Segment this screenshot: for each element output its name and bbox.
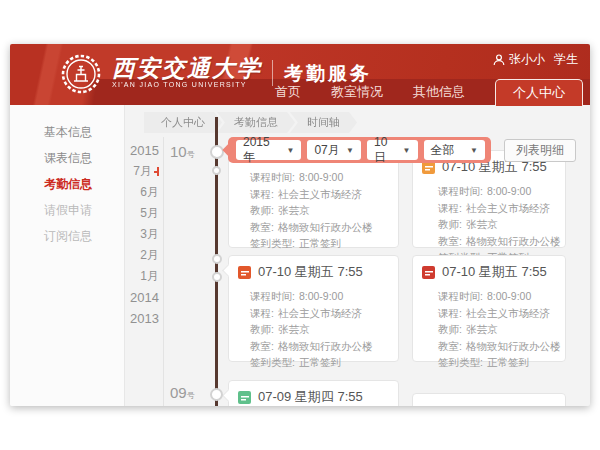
sidebar-item-leave-request[interactable]: 请假申请: [10, 197, 124, 223]
attendance-card[interactable]: 07-10 星期五 7:55 课程时间:8:00-9:00 课程:社会主义市场经…: [412, 255, 566, 362]
university-name-cn: 西安交通大学: [112, 56, 262, 80]
list-detail-button[interactable]: 列表明细: [504, 139, 576, 162]
university-name: 西安交通大学 XI'AN JIAO TONG UNIVERSITY: [112, 56, 262, 88]
rail-month-7[interactable]: 7月: [126, 161, 159, 182]
app-title: 考勤服务: [284, 61, 372, 87]
university-logo-icon: [60, 53, 102, 95]
nav-personal-center-active-tab[interactable]: 个人中心: [495, 79, 583, 106]
timeline-node[interactable]: [212, 272, 222, 282]
rail-month-1[interactable]: 1月: [126, 266, 159, 287]
month-select[interactable]: 07月▼: [307, 140, 361, 160]
sidebar-item-basic-info[interactable]: 基本信息: [10, 119, 124, 145]
user-role: 学生: [554, 51, 578, 68]
user-info[interactable]: 张小小 学生: [493, 51, 578, 68]
sidebar-item-attendance-info[interactable]: 考勤信息: [10, 171, 124, 197]
chevron-down-icon: ▼: [286, 146, 294, 155]
attendance-card[interactable]: 07-10 星期五 7:55 课程时间:8:00-9:00 课程:社会主义市场经…: [412, 150, 566, 248]
breadcrumb: 个人中心 考勤信息 时间轴: [144, 112, 357, 133]
sidebar-item-schedule-info[interactable]: 课表信息: [10, 145, 124, 171]
rail-year-2015[interactable]: 2015: [126, 140, 159, 161]
breadcrumb-personal-center[interactable]: 个人中心: [144, 112, 222, 133]
timeline-node[interactable]: [210, 388, 223, 401]
year-select[interactable]: 2015年▼: [236, 140, 301, 160]
rail-year-2013[interactable]: 2013: [126, 308, 159, 329]
timeline-node[interactable]: [212, 166, 221, 175]
university-name-en: XI'AN JIAO TONG UNIVERSITY: [112, 81, 262, 88]
timeline-node[interactable]: [212, 254, 222, 264]
timeline-year-rail: 2015 7月 6月 5月 3月 2月 1月 2014 2013: [126, 140, 159, 329]
header-divider: [272, 60, 273, 86]
current-month-marker-icon: [154, 167, 159, 176]
timeline-node[interactable]: [210, 145, 224, 159]
attendance-card[interactable]: 07-10 星期五 7:55 课程时间:8:00-9:00 课程:社会主义市场经…: [228, 255, 399, 362]
chevron-down-icon: ▼: [403, 146, 411, 155]
rail-month-2[interactable]: 2月: [126, 245, 159, 266]
type-select[interactable]: 全部▼: [424, 140, 485, 160]
day-select[interactable]: 10日▼: [367, 140, 418, 160]
rail-month-3[interactable]: 3月: [126, 224, 159, 245]
day-label-09: 09号: [170, 384, 195, 401]
attendance-type-icon: [422, 266, 435, 279]
sidebar-item-subscription-info[interactable]: 订阅信息: [10, 223, 124, 249]
attendance-type-icon: [238, 266, 251, 279]
person-icon: [493, 54, 505, 66]
rail-month-5[interactable]: 5月: [126, 203, 159, 224]
sidebar: 基本信息 课表信息 考勤信息 请假申请 订阅信息: [10, 105, 125, 406]
main-content: 个人中心 考勤信息 时间轴 2015 7月 6月 5月 3月 2月 1月 201…: [126, 105, 590, 406]
rail-month-6[interactable]: 6月: [126, 182, 159, 203]
breadcrumb-timeline[interactable]: 时间轴: [290, 112, 357, 133]
user-name: 张小小: [509, 51, 545, 68]
rail-year-2014[interactable]: 2014: [126, 287, 159, 308]
breadcrumb-attendance-info[interactable]: 考勤信息: [217, 112, 295, 133]
app-window: 西安交通大学 XI'AN JIAO TONG UNIVERSITY 考勤服务 张…: [10, 44, 590, 406]
attendance-card[interactable]: 课程时间:8:00-9:00 课程:社会主义市场经济 教师:张芸京 教室:格物致…: [228, 155, 399, 248]
attendance-card[interactable]: [412, 393, 566, 406]
day-label-10: 10号: [170, 143, 195, 160]
rail-divider: [163, 137, 164, 406]
date-filter-bar: 2015年▼ 07月▼ 10日▼ 全部▼: [228, 137, 491, 163]
nav-other-info[interactable]: 其他信息: [413, 83, 465, 101]
attendance-type-icon: [238, 391, 251, 404]
header: 西安交通大学 XI'AN JIAO TONG UNIVERSITY 考勤服务 张…: [10, 44, 590, 105]
attendance-card[interactable]: 07-09 星期四 7:55: [228, 380, 399, 406]
chevron-down-icon: ▼: [470, 146, 478, 155]
chevron-down-icon: ▼: [346, 146, 354, 155]
